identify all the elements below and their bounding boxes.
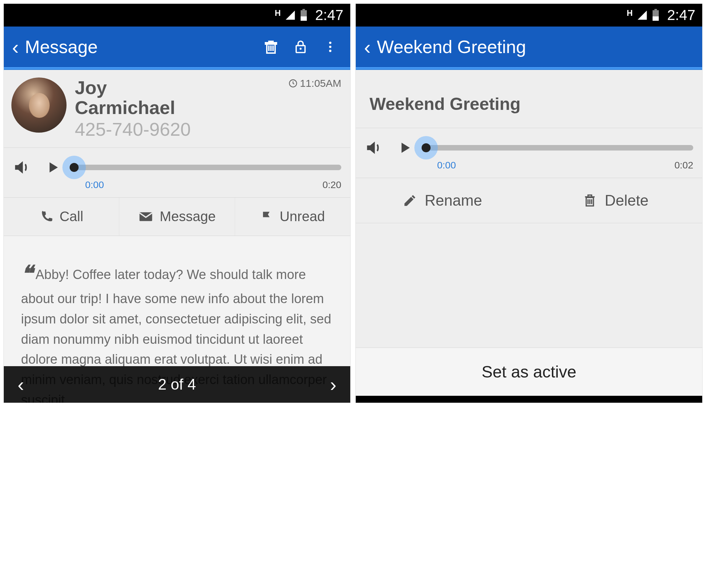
trash-icon xyxy=(583,193,597,208)
status-time: 2:47 xyxy=(667,7,695,23)
empty-space xyxy=(356,223,702,348)
set-active-label: Set as active xyxy=(482,362,576,381)
lock-button[interactable] xyxy=(289,35,312,59)
play-button[interactable] xyxy=(397,140,412,155)
signal-icon xyxy=(285,10,296,21)
playback-duration: 0:02 xyxy=(675,160,694,171)
svg-point-4 xyxy=(300,48,302,50)
greeting-action-row: Rename Delete xyxy=(356,178,702,223)
playback-current: 0:00 xyxy=(85,179,104,190)
pager-prev-button[interactable]: ‹ xyxy=(18,373,24,396)
contact-last-name: Carmichael xyxy=(75,97,288,117)
accent-divider xyxy=(356,67,702,70)
message-button[interactable]: Message xyxy=(119,198,234,236)
greeting-title: Weekend Greeting xyxy=(370,94,688,114)
svg-rect-10 xyxy=(655,9,657,10)
pager-next-button[interactable]: › xyxy=(330,373,336,396)
playback-slider[interactable] xyxy=(426,145,693,151)
audio-player xyxy=(4,148,350,179)
pencil-icon xyxy=(403,193,417,208)
status-bar: H 2:47 xyxy=(356,4,702,27)
overflow-menu-button[interactable] xyxy=(319,35,342,59)
unread-label: Unread xyxy=(280,209,325,224)
network-type: H xyxy=(275,8,281,18)
contact-phone: 425-740-9620 xyxy=(75,118,288,140)
back-button[interactable]: ‹ xyxy=(12,35,19,59)
call-button[interactable]: Call xyxy=(4,198,119,236)
rename-button[interactable]: Rename xyxy=(356,178,529,223)
playback-times: 0:00 0:20 xyxy=(4,179,350,198)
flag-icon xyxy=(260,210,273,223)
quote-icon: ❝ xyxy=(21,257,33,291)
phone-icon xyxy=(40,210,53,224)
playback-current: 0:00 xyxy=(437,160,456,171)
status-time: 2:47 xyxy=(315,7,343,23)
nav-bar-shadow xyxy=(356,396,702,403)
mail-icon xyxy=(138,209,153,224)
svg-rect-0 xyxy=(303,9,305,10)
playback-slider[interactable] xyxy=(74,165,341,170)
set-active-button[interactable]: Set as active xyxy=(356,348,702,396)
signal-icon xyxy=(637,10,648,21)
contact-info: Joy Carmichael 425-740-9620 xyxy=(75,78,288,140)
contact-avatar[interactable] xyxy=(11,78,67,133)
speaker-button[interactable] xyxy=(13,158,31,177)
playback-times: 0:00 0:02 xyxy=(356,160,702,178)
greeting-detail-screen: H 2:47 ‹ Weekend Greeting Weekend Greeti… xyxy=(355,3,703,403)
rename-label: Rename xyxy=(425,192,482,209)
message-detail-screen: H 2:47 ‹ Message J xyxy=(3,3,351,403)
message-timestamp: 11:05AM xyxy=(288,78,341,89)
message-label: Message xyxy=(160,209,215,224)
contact-header: Joy Carmichael 425-740-9620 11:05AM xyxy=(4,70,350,148)
playback-duration: 0:20 xyxy=(323,179,342,190)
svg-point-7 xyxy=(329,50,332,52)
speaker-button[interactable] xyxy=(365,138,383,157)
delete-button[interactable]: Delete xyxy=(529,178,703,223)
status-bar: H 2:47 xyxy=(4,4,350,27)
contact-first-name: Joy xyxy=(75,78,288,97)
svg-point-6 xyxy=(329,46,332,48)
app-bar: ‹ Weekend Greeting xyxy=(356,27,702,67)
app-bar-title: Weekend Greeting xyxy=(377,37,694,57)
svg-rect-2 xyxy=(301,17,307,21)
app-bar-title: Message xyxy=(25,37,253,57)
app-bar: ‹ Message xyxy=(4,27,350,67)
greeting-header: Weekend Greeting xyxy=(356,70,702,128)
svg-point-5 xyxy=(329,42,332,44)
unread-button[interactable]: Unread xyxy=(235,198,350,236)
delete-button[interactable] xyxy=(259,35,283,59)
timestamp-text: 11:05AM xyxy=(300,78,341,89)
pager-label: 2 of 4 xyxy=(158,376,196,393)
accent-divider xyxy=(4,67,350,70)
back-button[interactable]: ‹ xyxy=(364,35,371,59)
clock-icon xyxy=(288,79,298,88)
delete-label: Delete xyxy=(605,192,648,209)
call-label: Call xyxy=(60,209,83,224)
message-pager: ‹ 2 of 4 › xyxy=(4,366,350,403)
battery-icon xyxy=(300,9,307,21)
action-row: Call Message Unread xyxy=(4,198,350,236)
play-button[interactable] xyxy=(45,160,60,175)
audio-player xyxy=(356,128,702,160)
svg-rect-12 xyxy=(653,17,659,21)
network-type: H xyxy=(627,8,633,18)
battery-icon xyxy=(652,9,659,21)
